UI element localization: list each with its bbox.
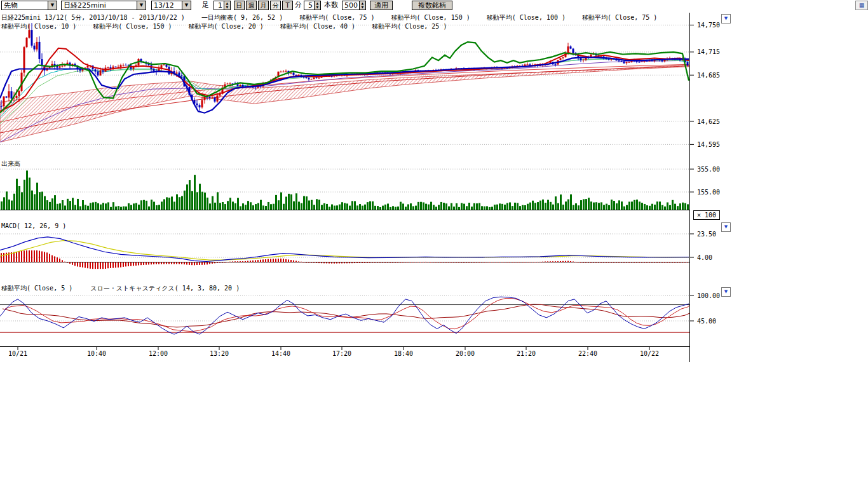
interval-value: 1 xyxy=(214,1,224,10)
legend-item: 移動平均( Close, 25 ) xyxy=(372,22,447,31)
unit-label: 分 xyxy=(295,1,302,10)
stoch-ma-label: 移動平均( Close, 5 ) xyxy=(1,284,72,293)
x-axis-label: 20:00 xyxy=(456,350,475,357)
x-axis-label: 14:40 xyxy=(271,350,290,357)
y-axis-label: 45.00 xyxy=(697,318,716,325)
legend-item: 移動平均( Close, 75 ) xyxy=(299,13,374,22)
bar-count-label: 本数 xyxy=(324,1,338,10)
legend-item: 移動平均( Close, 100 ) xyxy=(487,13,566,22)
macd-panel-label: MACD( 12, 26, 9 ) xyxy=(1,222,66,229)
price-panel-indicator-dropdown[interactable]: ▼ xyxy=(721,14,731,24)
legend-item: 一目均衡表( 9, 26, 52 ) xyxy=(201,13,283,22)
y-axis-label: 23.50 xyxy=(697,231,716,238)
x-axis-label: 13:20 xyxy=(210,350,229,357)
symbol-select[interactable]: 日経225mini ▼ xyxy=(61,1,146,10)
legend-item: 移動平均( Close, 10 ) xyxy=(1,22,76,31)
market-select-value: 先物 xyxy=(2,1,48,10)
period-button-day[interactable]: 日 xyxy=(234,1,245,10)
chevron-down-icon[interactable]: ▼ xyxy=(182,1,191,10)
x-axis-label: 18:40 xyxy=(394,350,413,357)
minute-value: 5 xyxy=(304,1,314,10)
axes: 14,75014,71514,68514,62514,595355.00155.… xyxy=(0,13,720,362)
contract-month-select[interactable]: 13/12 ▼ xyxy=(151,1,191,10)
legend-item: 移動平均( Close, 20 ) xyxy=(189,22,264,31)
stoch-label: スロー・ストキャスティクス( 14, 3, 80, 20 ) xyxy=(90,284,240,293)
stochastics-series xyxy=(0,297,689,334)
legend-line2: 移動平均( Close, 10 )移動平均( Close, 150 )移動平均(… xyxy=(1,22,447,31)
stoch-panel-indicator-dropdown[interactable]: ▼ xyxy=(721,287,731,297)
chevron-down-icon[interactable]: ▼ xyxy=(48,1,57,10)
cloud-area xyxy=(0,65,689,142)
volume-multiplier-box: × 100 xyxy=(693,210,720,220)
spinner-arrows-icon[interactable]: ▲▼ xyxy=(314,1,320,10)
legend-item: 移動平均( Close, 150 ) xyxy=(93,22,172,31)
toolbar: 先物 ▼ 日経225mini ▼ 13/12 ▼ 足 1 ▲▼ 日週月分T 分 … xyxy=(0,0,868,11)
macd-line xyxy=(0,237,689,262)
multi-symbol-button[interactable]: 複数銘柄 xyxy=(412,1,452,10)
x-axis-label: 21:20 xyxy=(517,350,536,357)
period-button-tick[interactable]: T xyxy=(282,1,293,10)
volume-bars xyxy=(0,170,689,210)
stoch-panel-legend: 移動平均( Close, 5 ) スロー・ストキャスティクス( 14, 3, 8… xyxy=(1,284,240,293)
spinner-down-icon[interactable]: ▼ xyxy=(315,5,320,9)
bar-count-value: 500 xyxy=(342,1,359,10)
macd-series xyxy=(0,237,689,269)
spinner-down-icon[interactable]: ▼ xyxy=(360,5,365,9)
volume-panel-label: 出来高 xyxy=(1,159,20,168)
window-layout-icon[interactable]: ▦ xyxy=(855,1,868,10)
x-axis-label: 17:20 xyxy=(332,350,351,357)
bar-type-label: 足 xyxy=(202,1,209,10)
legend-line1: 日経225mini 13/12( 5分, 2013/10/18 - 2013/1… xyxy=(1,13,657,22)
contract-month-value: 13/12 xyxy=(152,1,182,10)
y-axis-label: 14,595 xyxy=(697,141,720,148)
y-axis-label: 14,750 xyxy=(697,22,720,29)
chevron-down-icon[interactable]: ▼ xyxy=(137,1,146,10)
period-button-week[interactable]: 週 xyxy=(246,1,257,10)
bar-count-spinner[interactable]: 500 ▲▼ xyxy=(342,1,366,10)
market-select[interactable]: 先物 ▼ xyxy=(1,1,57,10)
y-axis-label: 355.00 xyxy=(697,166,720,173)
spinner-down-icon[interactable]: ▼ xyxy=(224,5,230,9)
x-axis-label: 10/21 xyxy=(8,350,27,357)
legend-item: 移動平均( Close, 150 ) xyxy=(391,13,470,22)
legend-item: 移動平均( Close, 75 ) xyxy=(582,13,657,22)
stoch-k-line xyxy=(0,297,689,334)
y-axis-label: 14,715 xyxy=(697,48,720,55)
minute-spinner[interactable]: 5 ▲▼ xyxy=(304,1,321,10)
period-button-month[interactable]: 月 xyxy=(258,1,269,10)
spinner-arrows-icon[interactable]: ▲▼ xyxy=(224,1,230,10)
interval-spinner[interactable]: 1 ▲▼ xyxy=(214,1,231,10)
symbol-select-value: 日経225mini xyxy=(62,1,137,10)
y-axis-label: 14,625 xyxy=(697,118,720,125)
x-axis-label: 12:00 xyxy=(149,350,168,357)
stoch-ma-line xyxy=(3,304,689,327)
x-axis-label: 22:40 xyxy=(578,350,597,357)
legend-item: 日経225mini 13/12( 5分, 2013/10/18 - 2013/1… xyxy=(1,13,185,22)
y-axis-label: 14,685 xyxy=(697,72,720,79)
period-button-minute[interactable]: 分 xyxy=(270,1,281,10)
legend-item: 移動平均( Close, 40 ) xyxy=(280,22,355,31)
y-axis-label: 155.00 xyxy=(697,189,720,196)
y-axis-label: 100.00 xyxy=(697,292,720,299)
x-axis-label: 10/22 xyxy=(640,350,659,357)
y-axis-label: 4.00 xyxy=(697,254,712,261)
x-axis-label: 10:40 xyxy=(87,350,106,357)
ichimoku-cloud xyxy=(0,65,689,142)
spinner-arrows-icon[interactable]: ▲▼ xyxy=(359,1,365,10)
macd-panel-indicator-dropdown[interactable]: ▼ xyxy=(721,222,731,232)
chart-canvas[interactable]: 14,75014,71514,68514,62514,595355.00155.… xyxy=(0,0,868,488)
apply-button[interactable]: 適用 xyxy=(370,1,393,10)
period-button-group: 日週月分T xyxy=(234,1,293,10)
